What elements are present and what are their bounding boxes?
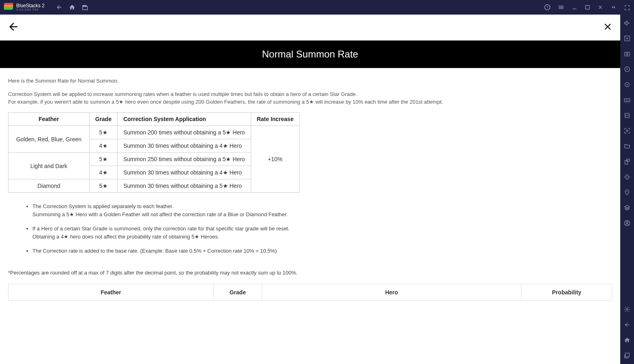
svg-rect-15 [626,175,628,179]
help-icon[interactable]: ? [544,4,551,11]
screenshot-icon[interactable] [623,50,631,57]
footnote: *Percentages are rounded off at a max of… [8,270,612,276]
cell-grade: 4★ [90,139,117,153]
play-square-icon[interactable] [623,35,631,42]
right-sidebar: APK [620,0,634,364]
svg-point-8 [627,84,628,85]
svg-rect-9 [624,99,630,102]
cell-application: Summon 30 times without obtaining a 4★ H… [117,166,251,179]
close-window-icon[interactable] [598,4,603,10]
svg-point-5 [626,53,628,55]
nav-home-icon[interactable] [69,4,75,11]
cell-application: Summon 30 times without obtaining a 4★ H… [117,139,251,153]
th-hero: Hero [262,284,521,300]
cell-feather: Diamond [9,179,90,193]
target-icon[interactable] [623,81,631,88]
capture-frame-icon[interactable] [623,127,631,134]
location-icon[interactable] [623,189,631,196]
th-feather: Feather [9,113,90,126]
list-item: If a Hero of a certain Star Grade is sum… [32,225,612,241]
cell-feather: Golden, Red, Blue, Green [9,126,90,153]
android-recents-icon[interactable] [623,352,631,359]
android-back-icon[interactable] [623,321,631,328]
nav-back-icon[interactable] [56,4,62,11]
intro-text-1: Here is the Summon Rate for Normal Summo… [8,78,612,84]
maximize-icon[interactable] [585,4,590,10]
cell-grade: 4★ [90,166,117,179]
rate-table: Feather Grade Hero Probability [8,284,612,301]
svg-rect-20 [625,353,629,357]
svg-point-12 [626,130,628,132]
cell-grade: 5★ [90,179,117,193]
cell-application: Summon 30 times without obtaining a 5★ H… [117,179,251,193]
page-title: Normal Summon Rate [0,40,620,68]
svg-rect-2 [585,5,589,9]
record-icon[interactable] [623,66,631,73]
keyboard-icon[interactable] [623,96,631,104]
list-item: The Correction rate is added to the base… [32,247,612,255]
correction-table: Feather Grade Correction System Applicat… [8,112,300,193]
svg-text:?: ? [546,5,548,9]
bluestacks-logo-icon [4,3,13,12]
cell-feather: Light and Dark [9,153,90,179]
th-rate: Rate Increase [251,113,299,126]
svg-point-19 [626,309,628,310]
minimize-icon[interactable] [572,4,577,10]
cell-application: Summon 250 times without obtaining a 5★ … [117,153,251,166]
cell-grade: 5★ [90,126,117,139]
intro-text-3: For example, if you weren't able to summ… [8,99,612,105]
fullscreen-icon[interactable] [623,4,631,11]
svg-point-18 [626,221,628,223]
th-feather: Feather [9,284,214,300]
settings-icon[interactable] [623,306,631,313]
layers-icon[interactable] [623,204,631,211]
volume-mute-icon[interactable] [623,19,631,27]
app-version: 5.9.0.1061 P64 [16,8,45,11]
account-icon[interactable] [623,219,631,227]
shake-icon[interactable] [623,173,631,181]
nav-tabs-icon[interactable] [82,4,88,11]
bullet-list: The Correction System is applied separat… [32,202,612,255]
titlebar: BlueStacks 2 5.9.0.1061 P64 ? [0,0,620,15]
apk-icon[interactable]: APK [623,112,631,119]
intro-text-2: Correction System will be applied to inc… [8,91,612,97]
svg-point-16 [627,191,628,192]
th-probability: Probability [521,284,612,300]
th-grade: Grade [213,284,262,300]
th-application: Correction System Application [117,113,251,126]
th-grade: Grade [90,113,117,126]
page-header-bar [0,15,620,40]
back-arrow-icon[interactable] [7,21,19,34]
rotate-icon[interactable] [623,158,631,165]
cell-rate: +10% [251,126,299,193]
cell-application: Summon 200 times without obtaining a 5★ … [117,126,251,139]
list-item: The Correction System is applied separat… [32,202,612,218]
svg-rect-4 [625,52,630,56]
menu-icon[interactable] [558,4,564,11]
page-body: Here is the Summon Rate for Normal Summo… [0,68,620,364]
folder-icon[interactable] [623,143,631,150]
collapse-sidebar-icon[interactable] [611,4,616,10]
close-page-icon[interactable] [602,21,613,34]
cell-grade: 5★ [90,153,117,166]
svg-text:APK: APK [625,115,629,117]
table-row: Golden, Red, Blue, Green 5★ Summon 200 t… [9,126,300,139]
android-home-icon[interactable] [623,336,631,344]
